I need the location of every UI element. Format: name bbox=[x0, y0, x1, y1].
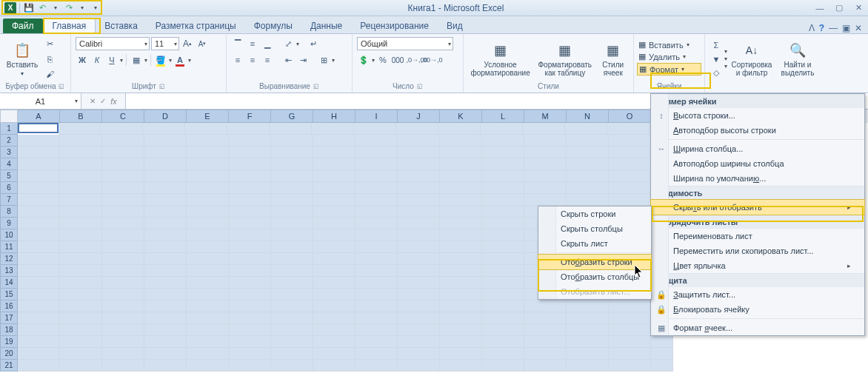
cell[interactable] bbox=[187, 229, 229, 241]
close-button[interactable]: ✕ bbox=[849, 1, 868, 15]
cell[interactable] bbox=[482, 229, 524, 241]
cell[interactable] bbox=[60, 218, 102, 229]
indent-inc-icon[interactable]: ⇥ bbox=[296, 53, 310, 67]
cell[interactable] bbox=[609, 147, 651, 158]
cancel-formula-icon[interactable]: ✕ bbox=[90, 97, 96, 105]
cell[interactable] bbox=[567, 170, 609, 182]
cell[interactable] bbox=[355, 218, 398, 229]
cell[interactable] bbox=[440, 218, 482, 229]
cell[interactable] bbox=[144, 265, 187, 277]
cell[interactable] bbox=[229, 348, 271, 360]
fx-icon[interactable]: fx bbox=[110, 97, 117, 106]
cell[interactable] bbox=[482, 182, 524, 194]
cell[interactable] bbox=[440, 277, 482, 289]
minimize-button[interactable]: — bbox=[810, 1, 829, 15]
cell[interactable] bbox=[313, 218, 355, 229]
cell[interactable] bbox=[482, 241, 524, 253]
cell[interactable] bbox=[567, 360, 609, 372]
cell[interactable] bbox=[355, 147, 398, 158]
cell[interactable] bbox=[144, 300, 187, 312]
cell[interactable] bbox=[18, 312, 60, 324]
cell[interactable] bbox=[144, 289, 187, 300]
cell[interactable] bbox=[524, 300, 567, 312]
doc-restore-icon[interactable]: ▣ bbox=[842, 23, 850, 33]
cell[interactable] bbox=[313, 241, 355, 253]
cell[interactable] bbox=[60, 241, 102, 253]
cell[interactable] bbox=[102, 182, 144, 194]
cell[interactable] bbox=[229, 241, 271, 253]
cell[interactable] bbox=[271, 312, 313, 324]
col-header[interactable]: B bbox=[60, 110, 102, 123]
cell[interactable] bbox=[144, 360, 187, 372]
row-header[interactable]: 13 bbox=[0, 265, 18, 277]
row-header[interactable]: 3 bbox=[0, 147, 18, 158]
menu-hide-show[interactable]: Скрыть или отобразить▸ bbox=[651, 200, 864, 215]
col-header[interactable]: A bbox=[18, 110, 60, 123]
cell[interactable] bbox=[567, 194, 609, 206]
cell[interactable] bbox=[229, 277, 271, 289]
redo-dropdown-icon[interactable]: ▾ bbox=[76, 2, 88, 14]
cell[interactable] bbox=[102, 194, 144, 206]
cell[interactable] bbox=[482, 135, 524, 147]
help-icon[interactable]: ? bbox=[819, 23, 824, 33]
cell[interactable] bbox=[229, 253, 271, 265]
cell[interactable] bbox=[59, 123, 101, 135]
row-header[interactable]: 17 bbox=[0, 312, 18, 324]
cell[interactable] bbox=[229, 336, 271, 348]
cell[interactable] bbox=[355, 182, 398, 194]
cell[interactable] bbox=[440, 241, 482, 253]
cell[interactable] bbox=[482, 253, 524, 265]
cell[interactable] bbox=[271, 241, 313, 253]
cell[interactable] bbox=[60, 324, 102, 336]
cell[interactable] bbox=[144, 324, 187, 336]
cell[interactable] bbox=[187, 206, 229, 218]
cell[interactable] bbox=[187, 135, 229, 147]
cell[interactable] bbox=[271, 360, 313, 372]
cell[interactable] bbox=[229, 170, 271, 182]
tab-page-layout[interactable]: Разметка страницы bbox=[147, 19, 245, 33]
row-header[interactable]: 14 bbox=[0, 277, 18, 289]
cell[interactable] bbox=[482, 312, 524, 324]
cell[interactable] bbox=[609, 336, 651, 348]
cell[interactable] bbox=[524, 324, 567, 336]
cell[interactable] bbox=[355, 348, 398, 360]
fill-icon[interactable]: ▼ bbox=[710, 53, 723, 66]
cell[interactable] bbox=[524, 182, 567, 194]
select-all-button[interactable] bbox=[0, 110, 18, 123]
cell[interactable] bbox=[440, 348, 482, 360]
cell[interactable] bbox=[355, 170, 398, 182]
cell[interactable] bbox=[524, 336, 567, 348]
menu-protect-sheet[interactable]: 🔒Защитить лист... bbox=[651, 287, 864, 302]
align-middle-icon[interactable]: ≡ bbox=[246, 37, 259, 50]
cell[interactable] bbox=[18, 336, 60, 348]
cell[interactable] bbox=[482, 158, 524, 170]
col-header[interactable]: O bbox=[609, 110, 651, 123]
menu-format-cells[interactable]: ▦Формат ячеек... bbox=[651, 320, 864, 335]
cell[interactable] bbox=[102, 147, 144, 158]
clear-icon[interactable]: ◇ bbox=[710, 67, 723, 80]
cell[interactable] bbox=[355, 241, 398, 253]
cell[interactable] bbox=[229, 158, 271, 170]
clipboard-dialog-icon[interactable]: ◱ bbox=[59, 83, 64, 90]
cell[interactable] bbox=[60, 170, 102, 182]
cell[interactable] bbox=[313, 265, 355, 277]
col-header[interactable]: E bbox=[187, 110, 229, 123]
cell[interactable] bbox=[313, 158, 355, 170]
align-top-icon[interactable]: ▔ bbox=[231, 37, 244, 50]
menu-autofit-col[interactable]: Автоподбор ширины столбца bbox=[651, 156, 864, 171]
cell[interactable] bbox=[18, 194, 60, 206]
cell[interactable] bbox=[60, 289, 102, 300]
cell[interactable] bbox=[102, 360, 144, 372]
cell[interactable] bbox=[609, 135, 651, 147]
cell[interactable] bbox=[187, 336, 229, 348]
cell[interactable] bbox=[313, 348, 355, 360]
cell[interactable] bbox=[313, 289, 355, 300]
col-header[interactable]: N bbox=[567, 110, 609, 123]
cell[interactable] bbox=[609, 360, 651, 372]
cell[interactable] bbox=[313, 336, 355, 348]
number-format-combo[interactable]: Общий▾ bbox=[357, 37, 453, 50]
cell[interactable] bbox=[102, 348, 144, 360]
cell[interactable] bbox=[440, 229, 482, 241]
indent-dec-icon[interactable]: ⇤ bbox=[281, 53, 295, 67]
cell[interactable] bbox=[567, 348, 609, 360]
